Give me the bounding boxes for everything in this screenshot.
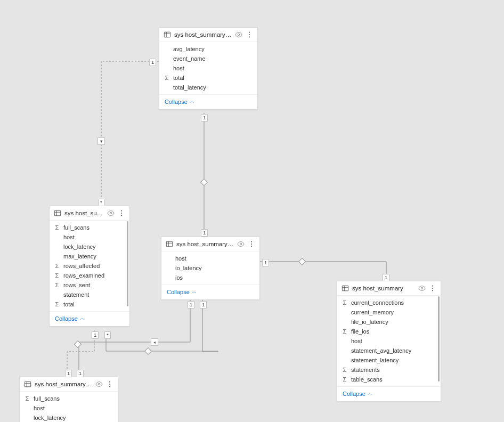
svg-point-12 xyxy=(121,213,122,214)
cardinality-label: 1 xyxy=(201,229,208,237)
field-list: Σfull_scanshostlock_latencymax_latency xyxy=(20,392,118,422)
field-row[interactable]: Σtable_scans xyxy=(337,375,441,384)
field-row[interactable]: host xyxy=(161,254,259,263)
diamond-marker xyxy=(74,342,82,347)
collapse-link[interactable]: Collapse︿ xyxy=(343,390,372,397)
field-row[interactable]: statement_latency xyxy=(337,355,441,365)
table-card-header[interactable]: sys host_summary_by... xyxy=(159,28,257,42)
field-name: host xyxy=(351,338,435,344)
table-card[interactable]: sys host_summary_by...hostio_latencyiosC… xyxy=(161,237,260,300)
diamond-marker xyxy=(298,259,306,264)
collapse-row: Collapse︿ xyxy=(159,94,257,109)
field-row[interactable]: host xyxy=(50,232,129,242)
field-name: total xyxy=(63,301,124,307)
collapse-link[interactable]: Collapse︿ xyxy=(167,288,197,295)
field-row[interactable]: io_latency xyxy=(161,263,259,273)
sigma-icon: Σ xyxy=(54,263,60,269)
table-card[interactable]: sys host_summary_by...Σfull_scanshostloc… xyxy=(49,206,130,327)
field-name: current_memory xyxy=(351,309,435,315)
field-row[interactable]: Σfull_scans xyxy=(50,223,129,232)
svg-point-27 xyxy=(432,290,433,291)
field-name: statement_latency xyxy=(351,357,435,363)
field-name: host xyxy=(63,234,124,240)
collapse-link[interactable]: Collapse︿ xyxy=(165,98,194,105)
visibility-icon[interactable] xyxy=(107,209,115,217)
collapse-row: Collapse︿ xyxy=(161,285,259,299)
field-row[interactable]: Σstatements xyxy=(337,365,441,375)
table-card-header[interactable]: sys host_summary_by... xyxy=(50,206,129,221)
visibility-icon[interactable] xyxy=(95,380,103,388)
scrollbar[interactable] xyxy=(127,221,128,306)
table-card[interactable]: sys host_summary_by...avg_latencyevent_n… xyxy=(159,27,258,110)
table-icon xyxy=(166,240,173,248)
field-row[interactable]: Σcurrent_connections xyxy=(337,298,441,307)
direction-marker: ▾ xyxy=(97,137,105,145)
more-options-icon[interactable] xyxy=(118,209,125,217)
more-options-icon[interactable] xyxy=(429,285,436,292)
field-row[interactable]: current_memory xyxy=(337,307,441,317)
chevron-up-icon: ︿ xyxy=(192,288,197,295)
svg-point-10 xyxy=(110,212,112,214)
svg-point-33 xyxy=(109,384,110,385)
field-row[interactable]: Σrows_sent xyxy=(50,280,129,290)
field-row[interactable]: Σrows_examined xyxy=(50,271,129,280)
more-options-icon[interactable] xyxy=(246,31,253,38)
table-title: sys host_summary_by... xyxy=(176,241,234,247)
field-row[interactable]: Σtotal xyxy=(159,73,257,83)
field-row[interactable]: event_name xyxy=(159,54,257,63)
field-row[interactable]: ios xyxy=(161,273,259,282)
field-name: avg_latency xyxy=(173,46,252,52)
field-row[interactable]: statement xyxy=(50,290,129,299)
sigma-icon: Σ xyxy=(342,367,348,373)
collapse-link[interactable]: Collapse︿ xyxy=(55,315,85,322)
sigma-icon: Σ xyxy=(24,395,30,402)
field-list: avg_latencyevent_namehostΣtotaltotal_lat… xyxy=(159,42,257,92)
field-row[interactable]: host xyxy=(159,63,257,73)
cardinality-label: 1 xyxy=(262,259,269,266)
field-name: file_io_latency xyxy=(351,319,435,325)
more-options-icon[interactable] xyxy=(106,380,113,388)
table-card-header[interactable]: sys host_summary_by... xyxy=(161,237,259,251)
field-row[interactable]: statement_avg_latency xyxy=(337,346,441,355)
field-row[interactable]: lock_latency xyxy=(50,242,129,251)
svg-point-24 xyxy=(421,287,423,289)
field-name: statements xyxy=(351,367,435,373)
table-card[interactable]: sys host_summary_by...Σfull_scanshostloc… xyxy=(19,377,118,422)
field-row[interactable]: lock_latency xyxy=(20,413,118,422)
field-row[interactable]: host xyxy=(20,403,118,413)
cardinality-label: 1 xyxy=(65,370,72,377)
field-name: lock_latency xyxy=(63,244,124,250)
table-card-header[interactable]: sys host_summary xyxy=(337,281,441,296)
svg-point-4 xyxy=(249,32,250,33)
collapse-label: Collapse xyxy=(55,315,78,322)
collapse-row: Collapse︿ xyxy=(50,311,129,326)
field-row[interactable]: Σfile_ios xyxy=(337,327,441,336)
field-row[interactable]: max_latency xyxy=(50,251,129,261)
table-icon xyxy=(54,209,61,217)
table-card[interactable]: sys host_summaryΣcurrent_connectionscurr… xyxy=(337,281,441,402)
field-row[interactable]: file_io_latency xyxy=(337,317,441,327)
field-row[interactable]: Σtotal xyxy=(50,299,129,309)
field-name: rows_sent xyxy=(63,282,124,288)
field-name: table_scans xyxy=(351,376,435,383)
chevron-up-icon: ︿ xyxy=(80,315,85,322)
more-options-icon[interactable] xyxy=(248,240,255,248)
field-row[interactable]: avg_latency xyxy=(159,44,257,54)
field-row[interactable]: host xyxy=(337,336,441,346)
field-row[interactable]: Σrows_affected xyxy=(50,261,129,271)
cardinality-label: 1 xyxy=(149,59,156,66)
visibility-icon[interactable] xyxy=(235,31,242,38)
table-card-header[interactable]: sys host_summary_by... xyxy=(20,377,118,392)
sigma-icon: Σ xyxy=(342,376,348,383)
visibility-icon[interactable] xyxy=(237,240,245,248)
field-name: event_name xyxy=(173,55,252,62)
field-row[interactable]: total_latency xyxy=(159,83,257,92)
svg-point-18 xyxy=(251,241,252,242)
visibility-icon[interactable] xyxy=(418,285,426,292)
field-row[interactable]: Σfull_scans xyxy=(20,394,118,403)
field-name: rows_affected xyxy=(63,263,124,269)
field-name: total_latency xyxy=(173,84,252,91)
field-name: full_scans xyxy=(34,395,112,402)
scrollbar[interactable] xyxy=(438,296,440,382)
diagram-canvas[interactable]: ▾ ◂ 11*1111*1111 sys host_summary_by...a… xyxy=(0,0,504,422)
